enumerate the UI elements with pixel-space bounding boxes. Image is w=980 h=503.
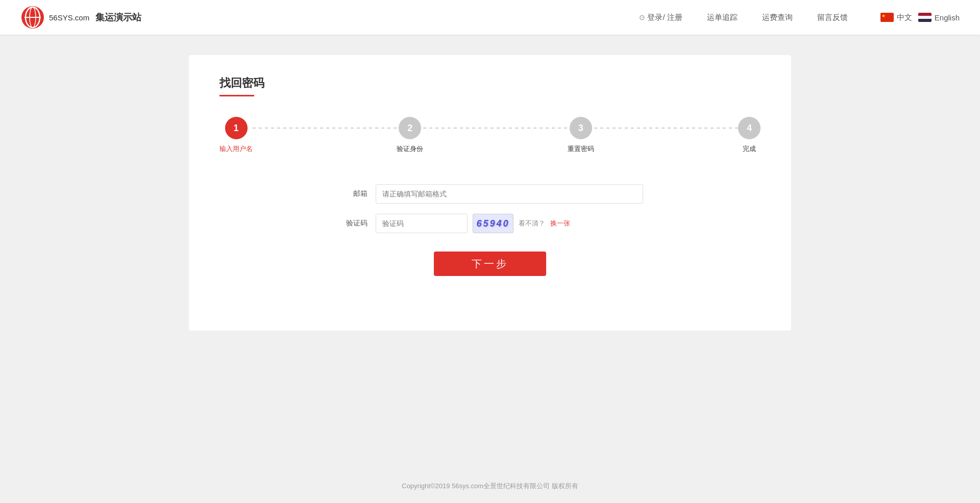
step-circle-2: 2 [399, 117, 421, 139]
step-item-3: 3 重置密码 [568, 117, 594, 154]
nav-freight[interactable]: 运费查询 [762, 13, 793, 22]
flag-cn-icon [880, 13, 894, 22]
form-card: 找回密码 1 输入用户名 2 验证身份 3 重置密码 [189, 55, 791, 331]
captcha-refresh-link[interactable]: 换一张 [550, 219, 570, 228]
captcha-label: 验证码 [337, 219, 368, 228]
step-item-1: 1 输入用户名 [219, 117, 253, 154]
captcha-input[interactable] [376, 214, 468, 233]
step-connector-2-3 [423, 128, 567, 129]
lang-zh[interactable]: 中文 [880, 13, 912, 22]
step-label-2: 验证身份 [397, 144, 423, 154]
step-item-4: 4 完成 [738, 117, 761, 154]
nav-feedback[interactable]: 留言反馈 [817, 13, 848, 22]
main-content: 找回密码 1 输入用户名 2 验证身份 3 重置密码 [0, 35, 980, 469]
nav-tracking[interactable]: 运单追踪 [707, 13, 738, 22]
step-circle-3: 3 [570, 117, 592, 139]
step-label-3: 重置密码 [568, 144, 594, 154]
lang-switcher: 中文 English [880, 13, 960, 22]
footer: Copyright©2019 56sys.com全景世纪科技有限公司 版权所有 [0, 469, 980, 503]
step-connector-3-4 [594, 128, 738, 129]
logo-area: 56SYS.com 集运演示站 [20, 5, 141, 30]
lang-en-label: English [935, 13, 960, 22]
steps-container: 1 输入用户名 2 验证身份 3 重置密码 4 [219, 117, 761, 154]
step-label-1: 输入用户名 [219, 144, 253, 154]
logo-icon [20, 5, 45, 30]
step-item-2: 2 验证身份 [397, 117, 423, 154]
flag-th-icon [918, 13, 932, 22]
header-nav: 登录/ 注册 运单追踪 运费查询 留言反馈 中文 English [639, 13, 960, 22]
email-label: 邮箱 [337, 189, 368, 198]
lang-zh-label: 中文 [897, 13, 912, 22]
step-circle-4: 4 [738, 117, 761, 139]
captcha-row: 验证码 65940 看不清？ 换一张 [337, 214, 643, 233]
form-section: 邮箱 验证码 65940 看不清？ 换一张 下一步 [219, 184, 761, 276]
captcha-hint: 看不清？ [519, 219, 545, 228]
header: 56SYS.com 集运演示站 登录/ 注册 运单追踪 运费查询 留言反馈 中文… [0, 0, 980, 35]
email-input[interactable] [376, 184, 643, 204]
nav-login[interactable]: 登录/ 注册 [639, 13, 682, 22]
lang-en[interactable]: English [918, 13, 960, 22]
email-row: 邮箱 [337, 184, 643, 204]
captcha-input-group: 65940 看不清？ 换一张 [376, 214, 570, 233]
title-underline [219, 95, 254, 96]
logo-text: 56SYS.com [49, 13, 89, 22]
copyright-text: Copyright©2019 56sys.com全景世纪科技有限公司 版权所有 [402, 482, 578, 490]
captcha-image: 65940 [473, 214, 513, 233]
site-name: 集运演示站 [95, 11, 141, 23]
step-connector-1-2 [253, 128, 397, 129]
step-label-4: 完成 [743, 144, 756, 154]
submit-button[interactable]: 下一步 [434, 252, 546, 276]
page-title: 找回密码 [219, 76, 761, 91]
step-circle-1: 1 [225, 117, 248, 139]
